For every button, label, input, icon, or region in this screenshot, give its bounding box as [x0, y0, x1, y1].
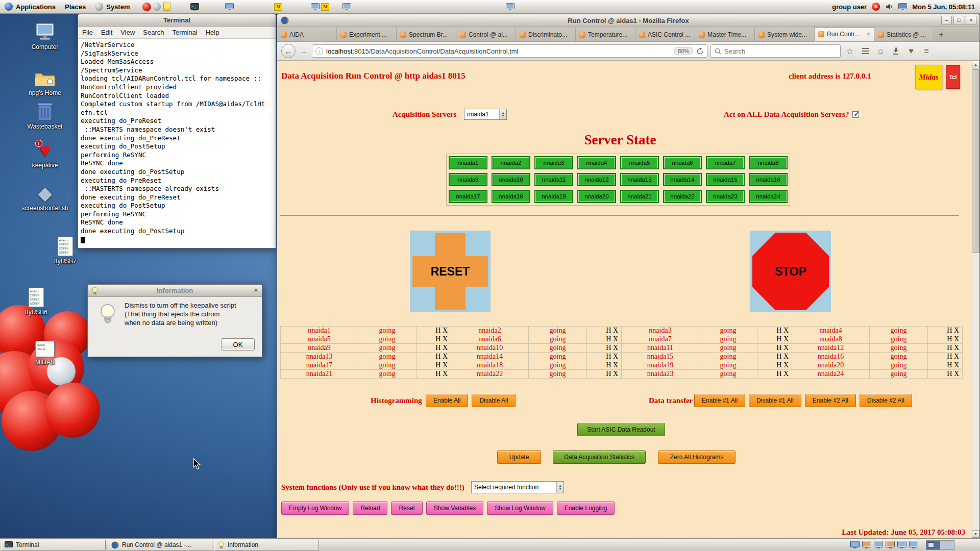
menu-help[interactable]: Help: [202, 29, 224, 36]
notes-launcher-icon[interactable]: [162, 2, 172, 12]
disable-all-button[interactable]: Disable All: [472, 394, 516, 407]
display-launcher-icon[interactable]: [224, 2, 234, 12]
status-flags[interactable]: H X: [416, 361, 451, 370]
reload-button[interactable]: Reload: [353, 502, 387, 515]
midas-launcher-icon[interactable]: M: [320, 2, 330, 12]
status-flags[interactable]: H X: [928, 361, 963, 370]
terminal-output[interactable]: /NetVarService/SigTaskServiceLoaded MemS…: [78, 39, 276, 248]
server-state-button-nnaida1[interactable]: nnaida1: [449, 156, 487, 169]
status-flags[interactable]: H X: [587, 353, 622, 361]
server-state-button-nnaida10[interactable]: nnaida10: [492, 173, 530, 186]
server-state-button-nnaida18[interactable]: nnaida18: [492, 190, 530, 203]
status-flags[interactable]: H X: [928, 335, 963, 344]
status-flags[interactable]: H X: [416, 370, 451, 379]
tab-close-icon[interactable]: ×: [866, 30, 870, 38]
bookmark-star-icon[interactable]: ☆: [844, 45, 856, 57]
pocket-heart-icon[interactable]: ♥: [905, 45, 917, 57]
server-state-button-nnaida15[interactable]: nnaida15: [706, 173, 745, 186]
package-launcher-icon[interactable]: [152, 2, 162, 12]
browser-tab-system-wide[interactable]: System wide...: [755, 28, 815, 41]
browser-tab-experiment[interactable]: Experiment ...: [337, 28, 397, 41]
reset-button[interactable]: Reset: [391, 502, 422, 515]
desktop-icon-screenshooter[interactable]: ◆ screenshooter.sh: [20, 182, 69, 212]
home-icon[interactable]: ⌂: [874, 45, 887, 57]
enable-2-all-button[interactable]: Enable #2 All: [805, 394, 856, 407]
display-launcher-icon[interactable]: [505, 2, 515, 12]
server-state-button-nnaida8[interactable]: nnaida8: [749, 156, 788, 169]
scroll-up-icon[interactable]: ▲: [972, 61, 979, 68]
server-state-button-nnaida14[interactable]: nnaida14: [663, 173, 702, 186]
zero-histograms-button[interactable]: Zero All Histograms: [658, 450, 736, 464]
browser-tab-discriminato[interactable]: Discriminato...: [516, 28, 576, 41]
disable-2-all-button[interactable]: Disable #2 All: [860, 394, 912, 407]
status-flags[interactable]: H X: [757, 344, 792, 353]
status-flags[interactable]: H X: [416, 335, 451, 344]
menu-search[interactable]: Search: [139, 29, 168, 36]
browser-tab-asic-control[interactable]: ASIC Control ...: [635, 28, 695, 41]
status-flags[interactable]: H X: [757, 361, 792, 370]
browser-launcher-icon[interactable]: [141, 2, 152, 12]
server-state-button-nnaida16[interactable]: nnaida16: [749, 173, 788, 186]
server-state-button-nnaida20[interactable]: nnaida20: [577, 190, 616, 203]
status-flags[interactable]: H X: [757, 353, 792, 361]
taskbar-item-run-control[interactable]: Run Control @ aidas1 -...: [108, 540, 212, 550]
taskbar-item-terminal[interactable]: >_ Terminal: [1, 540, 106, 550]
status-flags[interactable]: H X: [928, 327, 963, 335]
bookmarks-menu-icon[interactable]: [859, 45, 871, 57]
server-state-button-nnaida23[interactable]: nnaida23: [706, 190, 745, 203]
browser-tab-temperature[interactable]: Temperature...: [576, 28, 635, 41]
status-flags[interactable]: H X: [416, 344, 451, 353]
status-flags[interactable]: H X: [757, 335, 792, 344]
tray-display-icon[interactable]: [909, 541, 918, 549]
stop-button[interactable]: STOP: [750, 231, 831, 312]
act-on-all-checkbox[interactable]: [852, 111, 859, 118]
disable-1-all-button[interactable]: Disable #1 All: [749, 394, 801, 407]
clock[interactable]: Mon 5 Jun, 05:08:11: [912, 3, 975, 11]
forward-button[interactable]: →: [299, 45, 309, 57]
places-menu[interactable]: Places: [60, 0, 90, 13]
tray-display-icon[interactable]: [897, 541, 906, 549]
notification-icon[interactable]: ✕: [872, 3, 880, 11]
scroll-down-icon[interactable]: ▼: [972, 530, 979, 538]
start-asic-readout-button[interactable]: Start ASIC Data Readout: [577, 423, 665, 436]
display-tray-icon[interactable]: [898, 3, 907, 11]
desktop-icon-keepalive[interactable]: ♥! keepalive: [20, 139, 69, 169]
tray-display-blue-icon[interactable]: [850, 541, 860, 549]
status-flags[interactable]: H X: [416, 353, 451, 361]
desktop-icon-wastebasket[interactable]: Wastebasket: [20, 100, 69, 130]
tray-display-icon[interactable]: [874, 541, 883, 549]
server-state-button-nnaida7[interactable]: nnaida7: [706, 156, 745, 169]
enable-1-all-button[interactable]: Enable #1 All: [694, 394, 745, 407]
zoom-indicator[interactable]: 80%: [674, 47, 693, 55]
server-state-button-nnaida5[interactable]: nnaida5: [620, 156, 659, 169]
new-tab-button[interactable]: +: [934, 28, 948, 41]
status-flags[interactable]: H X: [587, 327, 622, 335]
browser-tab-run-contr[interactable]: Run Contr...×: [815, 27, 874, 41]
server-state-button-nnaida21[interactable]: nnaida21: [620, 190, 659, 203]
minimize-button[interactable]: –: [941, 16, 952, 25]
daq-statistics-button[interactable]: Data Acquisition Statistics: [553, 450, 646, 464]
server-state-button-nnaida12[interactable]: nnaida12: [577, 173, 616, 186]
back-button[interactable]: ←: [281, 44, 296, 58]
browser-tab-statistics[interactable]: Statistics @ ...: [874, 28, 934, 41]
system-menu[interactable]: System: [90, 0, 134, 13]
display-launcher-icon[interactable]: [341, 2, 352, 12]
server-state-button-nnaida2[interactable]: nnaida2: [492, 156, 530, 169]
acquisition-server-select[interactable]: nnaida1 ▴▾: [464, 109, 507, 120]
maximize-button[interactable]: □: [953, 16, 964, 25]
search-input[interactable]: [724, 47, 837, 55]
status-flags[interactable]: H X: [416, 327, 451, 335]
ok-button[interactable]: OK: [221, 338, 255, 350]
midas-launcher-icon[interactable]: M: [273, 2, 283, 12]
workspace-1[interactable]: [926, 541, 940, 549]
server-state-button-nnaida13[interactable]: nnaida13: [620, 173, 659, 186]
status-flags[interactable]: H X: [587, 344, 622, 353]
site-identity-icon[interactable]: i: [315, 47, 323, 55]
reset-button[interactable]: RESET: [410, 231, 491, 312]
dialog-titlebar[interactable]: Information ×: [88, 285, 262, 297]
download-icon[interactable]: [890, 45, 902, 57]
desktop-icon-computer[interactable]: Computer: [20, 20, 69, 51]
server-state-button-nnaida22[interactable]: nnaida22: [663, 190, 702, 203]
status-flags[interactable]: H X: [587, 361, 622, 370]
workspace-switcher[interactable]: [926, 540, 954, 550]
